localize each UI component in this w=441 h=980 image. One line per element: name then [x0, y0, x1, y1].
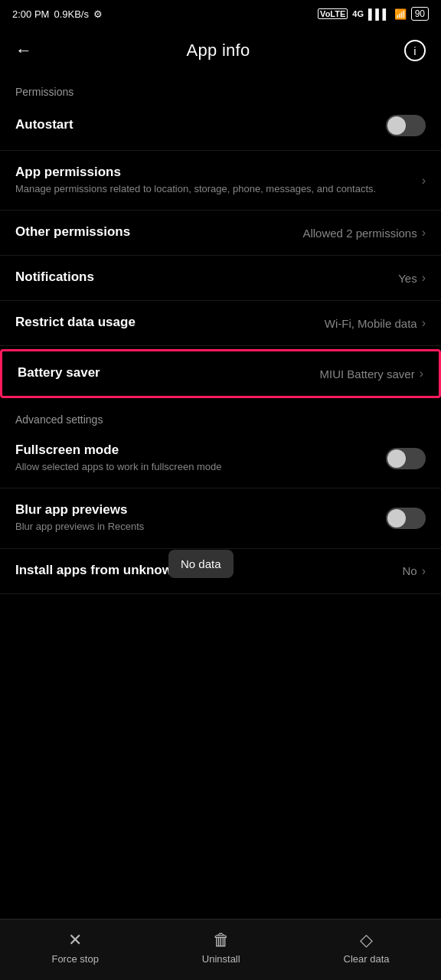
- network-speed: 0.9KB/s: [54, 8, 89, 20]
- uninstall-button[interactable]: 🗑 Uninstall: [202, 932, 240, 965]
- header: ← App info i: [0, 28, 441, 74]
- info-button[interactable]: i: [404, 40, 426, 61]
- notifications-left: Notifications: [15, 270, 389, 286]
- settings-icon: ⚙: [93, 8, 103, 20]
- clear-data-label: Clear data: [344, 953, 390, 965]
- fullscreen-mode-row[interactable]: Fullscreen mode Allow selected apps to w…: [0, 429, 441, 488]
- fullscreen-title: Fullscreen mode: [15, 443, 377, 458]
- chevron-icon: ›: [422, 271, 426, 285]
- restrict-data-row[interactable]: Restrict data usage Wi-Fi, Mobile data ›: [0, 301, 441, 346]
- signal-icon: ▌▌▌: [368, 8, 390, 20]
- back-button[interactable]: ←: [15, 41, 32, 60]
- app-permissions-right: ›: [422, 174, 426, 188]
- blur-app-toggle[interactable]: [386, 508, 426, 529]
- other-permissions-left: Other permissions: [15, 224, 293, 241]
- no-data-tooltip: No data: [168, 550, 234, 578]
- restrict-data-title: Restrict data usage: [15, 315, 315, 330]
- chevron-icon: ›: [420, 367, 423, 381]
- bottom-action-bar: ✕ Force stop 🗑 Uninstall ◇ Clear data: [0, 919, 441, 980]
- page-title: App info: [186, 41, 250, 60]
- battery-saver-value: MIUI Battery saver: [319, 368, 414, 381]
- other-permissions-right: Allowed 2 permissions ›: [302, 226, 426, 240]
- autostart-right: [386, 115, 426, 136]
- autostart-title: Autostart: [15, 117, 377, 132]
- time: 2:00 PM: [12, 8, 49, 20]
- app-permissions-subtitle: Manage permissions related to location, …: [15, 182, 413, 196]
- chevron-icon: ›: [422, 564, 426, 578]
- notifications-row[interactable]: Notifications Yes ›: [0, 256, 441, 301]
- fullscreen-subtitle: Allow selected apps to work in fullscree…: [15, 460, 377, 474]
- clear-data-button[interactable]: ◇ Clear data: [344, 932, 390, 965]
- blur-app-subtitle: Blur app previews in Recents: [15, 520, 377, 534]
- install-apps-right: No ›: [402, 564, 426, 578]
- chevron-icon: ›: [422, 174, 426, 188]
- fullscreen-left: Fullscreen mode Allow selected apps to w…: [15, 443, 377, 474]
- other-permissions-title: Other permissions: [15, 224, 293, 240]
- force-stop-label: Force stop: [51, 953, 98, 965]
- app-permissions-row[interactable]: App permissions Manage permissions relat…: [0, 151, 441, 211]
- uninstall-label: Uninstall: [202, 953, 240, 965]
- battery-saver-row[interactable]: Battery saver MIUI Battery saver ›: [0, 349, 441, 398]
- install-apps-row[interactable]: Install apps from unknown sources No › N…: [0, 549, 441, 594]
- info-icon: i: [413, 44, 416, 57]
- notifications-value: Yes: [398, 272, 416, 285]
- fullscreen-toggle[interactable]: [386, 448, 426, 469]
- app-permissions-title: App permissions: [15, 165, 413, 180]
- chevron-icon: ›: [422, 226, 426, 240]
- volte-icon: VoLTE: [318, 8, 348, 19]
- notifications-right: Yes ›: [398, 271, 426, 285]
- battery-saver-title: Battery saver: [18, 365, 310, 381]
- restrict-data-right: Wi-Fi, Mobile data ›: [325, 316, 426, 330]
- blur-app-left: Blur app previews Blur app previews in R…: [15, 502, 377, 534]
- battery-saver-left: Battery saver: [18, 365, 310, 382]
- battery-saver-right: MIUI Battery saver ›: [319, 367, 423, 381]
- restrict-data-left: Restrict data usage: [15, 315, 315, 332]
- force-stop-icon: ✕: [68, 932, 82, 949]
- other-permissions-value: Allowed 2 permissions: [302, 227, 416, 240]
- blur-app-title: Blur app previews: [15, 502, 377, 518]
- status-bar: 2:00 PM 0.9KB/s ⚙ VoLTE 4G ▌▌▌ 📶 90: [0, 0, 441, 28]
- 4g-icon: 4G: [352, 9, 364, 18]
- restrict-data-value: Wi-Fi, Mobile data: [325, 317, 417, 330]
- blur-app-row[interactable]: Blur app previews Blur app previews in R…: [0, 488, 441, 548]
- content: Permissions Autostart App permissions Ma…: [0, 74, 441, 686]
- other-permissions-row[interactable]: Other permissions Allowed 2 permissions …: [0, 211, 441, 256]
- chevron-icon: ›: [422, 316, 426, 330]
- autostart-toggle[interactable]: [386, 115, 426, 136]
- wifi-icon: 📶: [394, 8, 407, 20]
- uninstall-icon: 🗑: [213, 932, 230, 949]
- app-permissions-left: App permissions Manage permissions relat…: [15, 165, 413, 196]
- status-right: VoLTE 4G ▌▌▌ 📶 90: [318, 7, 429, 21]
- install-apps-value: No: [402, 564, 416, 577]
- toggle-knob: [387, 449, 406, 468]
- autostart-row[interactable]: Autostart: [0, 101, 441, 151]
- toggle-knob: [387, 116, 406, 135]
- toggle-knob: [387, 509, 406, 528]
- status-left: 2:00 PM 0.9KB/s ⚙: [12, 8, 103, 20]
- blur-app-right: [386, 508, 426, 529]
- battery-icon: 90: [411, 7, 429, 21]
- force-stop-button[interactable]: ✕ Force stop: [51, 932, 98, 965]
- permissions-section-label: Permissions: [0, 74, 441, 101]
- clear-data-icon: ◇: [360, 932, 373, 949]
- fullscreen-right: [386, 448, 426, 469]
- notifications-title: Notifications: [15, 270, 389, 285]
- back-icon: ←: [15, 41, 32, 60]
- advanced-section-label: Advanced settings: [0, 401, 441, 429]
- autostart-left: Autostart: [15, 117, 377, 134]
